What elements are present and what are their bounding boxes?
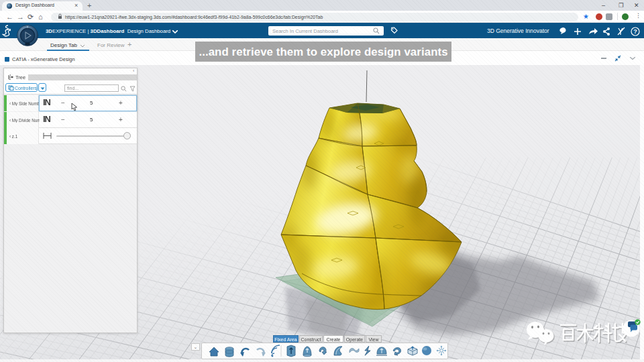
svg-text:?: ?	[633, 28, 637, 35]
